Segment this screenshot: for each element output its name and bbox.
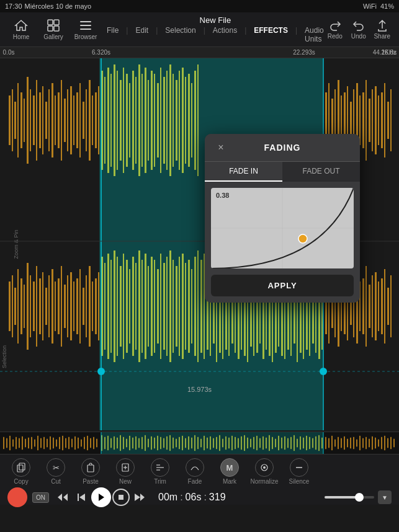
tool-mark[interactable]: M Mark [213, 458, 246, 485]
menu-selection[interactable]: Selection [165, 26, 195, 43]
svg-rect-342 [362, 438, 364, 448]
skip-back-back-button[interactable] [54, 489, 71, 506]
menu-file[interactable]: File [107, 26, 119, 43]
tool-paste[interactable]: Paste [74, 458, 107, 485]
svg-point-365 [263, 466, 266, 469]
tool-new[interactable]: New [109, 458, 141, 485]
svg-rect-328 [318, 435, 320, 451]
skip-forward-button[interactable] [131, 489, 148, 506]
timeline-ruler: 0.0s 6.320s 22.293s 26.8s 44.1KHz [0, 47, 399, 58]
apply-button[interactable]: APPLY [211, 275, 354, 296]
svg-rect-278 [163, 438, 164, 448]
svg-rect-90 [387, 102, 389, 139]
menu-actions[interactable]: Actions [213, 26, 237, 43]
nav-home[interactable]: Home [5, 12, 37, 47]
menu-effects[interactable]: EFFECTS [254, 26, 288, 43]
svg-rect-251 [81, 440, 82, 447]
svg-rect-302 [238, 438, 239, 448]
redo-button[interactable]: Redo [324, 19, 346, 40]
svg-rect-355 [19, 463, 25, 470]
tool-fade[interactable]: Fade [179, 458, 211, 485]
svg-rect-308 [256, 436, 258, 450]
time-display: 00m : 06s : 319 [158, 492, 226, 503]
status-time: 17:30 [5, 2, 22, 10]
time-frames: 319 [209, 492, 226, 503]
nav-gallery[interactable]: Gallery [37, 12, 69, 47]
svg-marker-374 [140, 494, 145, 501]
svg-rect-321 [297, 439, 298, 448]
svg-rect-214 [387, 288, 389, 325]
tool-silence[interactable]: Silence [283, 458, 315, 485]
play-button[interactable] [91, 487, 111, 507]
trim-icon [151, 458, 169, 477]
stop-button[interactable] [112, 489, 130, 506]
svg-rect-309 [259, 438, 261, 448]
new-label: New [119, 478, 132, 485]
svg-rect-54 [151, 71, 153, 170]
volume-slider-area: ▼ [231, 490, 392, 504]
svg-rect-312 [269, 435, 270, 451]
menu-audio-units[interactable]: Audio Units [305, 26, 324, 43]
svg-rect-103 [42, 272, 43, 340]
svg-rect-280 [169, 435, 171, 451]
svg-rect-212 [381, 278, 383, 334]
tool-cut[interactable]: ✂ Cut [40, 458, 72, 485]
svg-rect-151 [191, 269, 192, 344]
fade-chart[interactable]: 0.38 [211, 188, 354, 268]
svg-rect-120 [95, 278, 97, 334]
svg-rect-118 [89, 266, 91, 347]
menu-edit[interactable]: Edit [135, 26, 148, 43]
nav-browser[interactable]: Browser [69, 12, 102, 47]
svg-rect-62 [176, 80, 177, 161]
svg-rect-293 [210, 437, 211, 450]
svg-rect-292 [207, 438, 208, 449]
svg-rect-66 [188, 74, 190, 167]
svg-rect-264 [120, 435, 121, 451]
undo-button[interactable]: Undo [347, 19, 370, 40]
status-battery: 41% [380, 2, 394, 10]
nav-gallery-label: Gallery [43, 33, 63, 40]
svg-rect-25 [61, 80, 62, 161]
record-button[interactable] [7, 487, 27, 507]
transport-buttons [54, 487, 148, 507]
skip-back-button[interactable] [73, 489, 90, 506]
volume-slider[interactable] [325, 496, 374, 499]
undo-label: Undo [351, 33, 366, 40]
svg-rect-14 [27, 77, 29, 164]
svg-rect-29 [73, 95, 74, 145]
svg-rect-42 [114, 64, 115, 176]
expand-button[interactable]: ▼ [378, 490, 392, 504]
svg-rect-285 [185, 438, 186, 448]
svg-rect-261 [110, 438, 112, 448]
svg-rect-97 [24, 285, 25, 328]
toolbar: Copy ✂ Cut Paste New Trim [0, 454, 399, 505]
on-badge[interactable]: ON [32, 492, 49, 503]
share-button[interactable]: Share [371, 19, 393, 40]
modal-close-button[interactable]: × [213, 140, 228, 155]
svg-rect-265 [123, 437, 124, 449]
undo-icon [352, 19, 365, 33]
browser-icon [79, 19, 92, 32]
tool-normalize[interactable]: Normalize [248, 458, 280, 485]
svg-rect-133 [135, 263, 137, 350]
tab-fade-in[interactable]: FADE IN [205, 162, 282, 182]
svg-rect-16 [33, 95, 35, 145]
svg-rect-235 [31, 437, 32, 449]
tool-trim[interactable]: Trim [144, 458, 176, 485]
redo-label: Redo [328, 33, 343, 40]
svg-rect-257 [101, 432, 323, 454]
svg-rect-314 [275, 439, 276, 448]
svg-rect-331 [328, 438, 330, 448]
mini-timeline[interactable] [0, 432, 399, 454]
svg-rect-41 [110, 74, 112, 167]
svg-rect-330 [325, 437, 326, 449]
svg-rect-35 [92, 95, 93, 145]
svg-rect-18 [39, 92, 41, 148]
svg-rect-95 [17, 269, 19, 344]
svg-rect-153 [197, 250, 199, 362]
svg-marker-0 [16, 20, 27, 30]
tab-fade-out[interactable]: FADE OUT [282, 162, 360, 182]
svg-rect-136 [145, 254, 146, 359]
svg-rect-10 [14, 102, 16, 139]
tool-copy[interactable]: Copy [5, 458, 37, 485]
